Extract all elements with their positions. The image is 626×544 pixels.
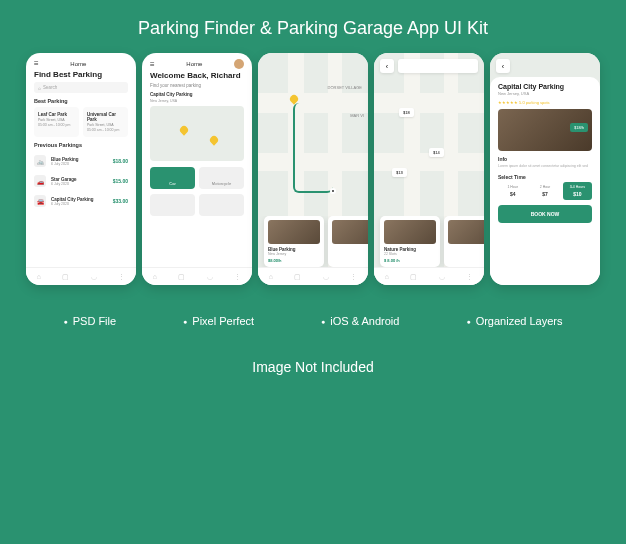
back-button[interactable]: ‹ xyxy=(380,59,394,73)
hero-image: $18/h xyxy=(498,109,592,151)
card-subtitle: Park Street, USA xyxy=(87,123,124,127)
screen-map-search: $18 $14 $13 ‹ Nature Parking 22 Slots $ … xyxy=(374,53,484,285)
parking-title: Capital City Parking xyxy=(498,83,592,90)
tab-more-icon[interactable]: ⋮ xyxy=(118,273,125,281)
tab-map-icon[interactable]: ▢ xyxy=(62,273,69,281)
map-area-label: DORSET VILLAGE xyxy=(328,85,362,90)
screen-map-route: MAR VI DORSET VILLAGE Blue Parking New J… xyxy=(258,53,368,285)
car-icon: 🚘 xyxy=(34,195,46,207)
map-pin-icon xyxy=(178,124,189,135)
back-button[interactable]: ‹ xyxy=(496,59,510,73)
tab-profile-icon[interactable]: ◡ xyxy=(323,273,329,281)
feature-item: Pixel Perfect xyxy=(183,315,254,327)
greeting: Welcome Back, Richard xyxy=(142,71,252,83)
time-price: $4 xyxy=(498,191,527,197)
tab-profile-icon[interactable]: ◡ xyxy=(91,273,97,281)
tab-home-icon[interactable]: ⌂ xyxy=(269,273,273,280)
list-item[interactable]: 🚘 Capital City Parking6 July 2020 $33.00 xyxy=(26,191,136,211)
header-title: Home xyxy=(186,61,202,67)
section-previous: Previous Parkings xyxy=(26,142,136,151)
tab-bar: ⌂ ▢ ◡ ⋮ xyxy=(258,267,368,285)
screen-home-list: ≡ Home Find Best Parking Search Best Par… xyxy=(26,53,136,285)
parking-image xyxy=(268,220,320,244)
list-item[interactable]: 🚲 Blue Parking6 July 2020 $18.00 xyxy=(26,151,136,171)
price-label[interactable]: $14 xyxy=(429,148,444,157)
page-title: Parking Finder & Parking Garage App UI K… xyxy=(0,0,626,53)
tab-home-icon[interactable]: ⌂ xyxy=(385,273,389,280)
info-heading: Info xyxy=(498,156,592,162)
category-chip[interactable] xyxy=(150,194,195,216)
book-button[interactable]: BOOK NOW xyxy=(498,205,592,223)
tab-map-icon[interactable]: ▢ xyxy=(410,273,417,281)
category-chip[interactable] xyxy=(199,194,244,216)
screen-detail: ‹ Capital City Parking New Jersey, USA ★… xyxy=(490,53,600,285)
price-label[interactable]: $18 xyxy=(399,108,414,117)
card-subtitle: Park Street, USA xyxy=(38,118,75,122)
item-price: $15.00 xyxy=(113,178,128,184)
tab-profile-icon[interactable]: ◡ xyxy=(207,273,213,281)
tab-bar: ⌂ ▢ ◡ ⋮ xyxy=(26,267,136,285)
price-badge: $18/h xyxy=(570,123,588,132)
tab-profile-icon[interactable]: ◡ xyxy=(439,273,445,281)
tab-more-icon[interactable]: ⋮ xyxy=(234,273,241,281)
search-input[interactable]: Search xyxy=(34,82,128,93)
item-price: $18.00 xyxy=(113,158,128,164)
detail-sheet: Capital City Parking New Jersey, USA ★★★… xyxy=(490,77,600,285)
list-item[interactable]: 🚗 Star Garage6 July 2020 $15.00 xyxy=(26,171,136,191)
parking-card[interactable]: Universal Car Park Park Street, USA 05:0… xyxy=(83,107,128,137)
tab-map-icon[interactable]: ▢ xyxy=(294,273,301,281)
tab-home-icon[interactable]: ⌂ xyxy=(153,273,157,280)
item-date: 6 July 2020 xyxy=(51,182,108,186)
tab-bar: ⌂ ▢ ◡ ⋮ xyxy=(374,267,484,285)
menu-icon[interactable]: ≡ xyxy=(34,59,39,68)
time-label: 1 Hour xyxy=(507,185,518,189)
parking-result-card[interactable] xyxy=(444,216,484,267)
item-date: 6 July 2020 xyxy=(51,202,108,206)
item-date: 6 July 2020 xyxy=(51,162,108,166)
tab-home-icon[interactable]: ⌂ xyxy=(37,273,41,280)
card-title: Leaf Car Park xyxy=(38,112,75,117)
card-subtitle: 22 Slots xyxy=(384,252,436,256)
chip-motorcycle[interactable]: Motorcycle xyxy=(199,167,244,189)
parking-image xyxy=(332,220,368,244)
map-area-label: MAR VI xyxy=(350,113,364,118)
time-label: 3-4 Hours xyxy=(570,185,585,189)
feature-item: iOS & Android xyxy=(321,315,399,327)
route-line xyxy=(293,103,333,193)
card-title: Universal Car Park xyxy=(87,112,124,122)
parking-card[interactable]: Leaf Car Park Park Street, USA 05:00 am … xyxy=(34,107,79,137)
footer-note: Image Not Included xyxy=(0,327,626,375)
time-heading: Select Time xyxy=(498,174,592,180)
screen-welcome: ≡ Home Welcome Back, Richard Find your n… xyxy=(142,53,252,285)
mini-map[interactable] xyxy=(150,106,244,161)
car-icon: 🚗 xyxy=(34,175,46,187)
time-option[interactable]: 2 Hour$7 xyxy=(530,182,559,200)
feature-item: Organized Layers xyxy=(466,315,562,327)
map-title: Capital City Parking xyxy=(142,92,252,99)
time-price: $10 xyxy=(563,191,592,197)
menu-icon[interactable]: ≡ xyxy=(150,60,155,69)
card-price: $8.00/h xyxy=(268,258,320,263)
tab-more-icon[interactable]: ⋮ xyxy=(466,273,473,281)
card-subtitle: New Jersey xyxy=(268,252,320,256)
chip-car[interactable]: Car xyxy=(150,167,195,189)
header-title: Home xyxy=(70,61,86,67)
time-option-selected[interactable]: 3-4 Hours$10 xyxy=(563,182,592,200)
map-pin-icon xyxy=(208,134,219,145)
time-price: $7 xyxy=(530,191,559,197)
section-best: Best Parking xyxy=(26,98,136,107)
parking-result-card[interactable] xyxy=(328,216,368,267)
card-price: $ 8.00 /h xyxy=(384,258,436,263)
feature-item: PSD File xyxy=(63,315,116,327)
tab-map-icon[interactable]: ▢ xyxy=(178,273,185,281)
parking-result-card[interactable]: Blue Parking New Jersey $8.00/h xyxy=(264,216,324,267)
avatar[interactable] xyxy=(234,59,244,69)
price-label[interactable]: $13 xyxy=(392,168,407,177)
map-subtitle: New Jersey, USA xyxy=(142,99,252,106)
features-row: PSD File Pixel Perfect iOS & Android Org… xyxy=(0,285,626,327)
tab-more-icon[interactable]: ⋮ xyxy=(350,273,357,281)
search-input[interactable] xyxy=(398,59,478,73)
time-option[interactable]: 1 Hour$4 xyxy=(498,182,527,200)
rating: ★★★★★ 5.0 parking spots xyxy=(498,100,592,105)
parking-result-card[interactable]: Nature Parking 22 Slots $ 8.00 /h xyxy=(380,216,440,267)
